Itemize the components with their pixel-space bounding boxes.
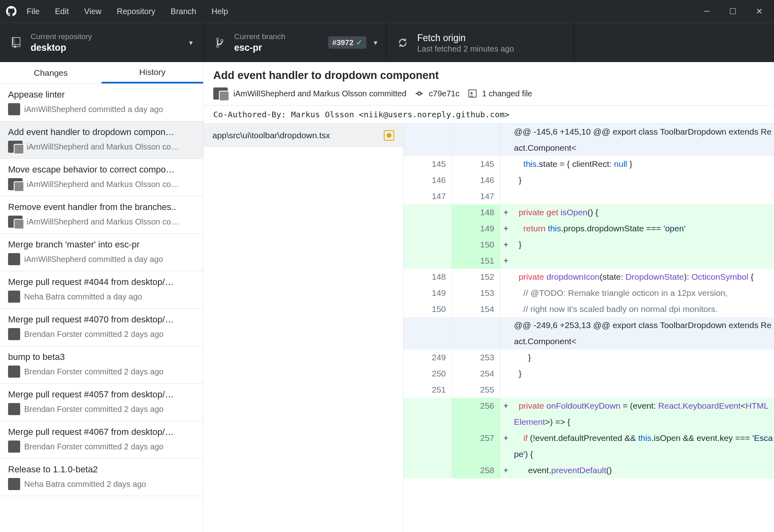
app-menu: FileEditViewRepositoryBranchHelp <box>23 7 228 16</box>
diff-view[interactable]: @@ -145,6 +145,10 @@ export class Toolba… <box>404 124 774 532</box>
file-path: app\src\ui\toolbar\dropdown.tsx <box>212 131 330 140</box>
commit-item-title: Merge pull request #4070 from desktop/… <box>8 314 195 325</box>
avatar <box>8 478 20 490</box>
repo-label: Current repository <box>31 32 92 41</box>
title-bar: FileEditViewRepositoryBranchHelp ─ ☐ ✕ <box>0 0 774 23</box>
menu-help[interactable]: Help <box>212 7 228 16</box>
branch-name: esc-pr <box>234 42 285 53</box>
commit-item-title: Release to 1.1.0-beta2 <box>8 464 195 475</box>
chevron-down-icon: ▾ <box>189 38 193 47</box>
git-branch-icon <box>212 37 227 48</box>
commit-item-title: Merge branch 'master' into esc-pr <box>8 239 195 250</box>
fetch-button[interactable]: Fetch origin Last fetched 2 minutes ago <box>387 23 574 62</box>
avatar <box>8 366 20 378</box>
files-changed: 1 changed file <box>482 89 533 98</box>
diff-line: 251255 <box>404 382 774 398</box>
diff-line: 145145 this.state = { clientRect: null } <box>404 156 774 172</box>
commit-item-title: Merge pull request #4044 from desktop/… <box>8 277 195 287</box>
menu-view[interactable]: View <box>84 7 102 16</box>
tab-history[interactable]: History <box>102 62 203 83</box>
avatar <box>8 441 20 453</box>
diff-line: 249253 } <box>404 349 774 366</box>
changed-file[interactable]: app\src\ui\toolbar\dropdown.tsx <box>204 124 403 147</box>
repo-selector[interactable]: Current repository desktop ▾ <box>0 23 204 62</box>
repo-icon <box>9 37 23 48</box>
commit-item[interactable]: Merge branch 'master' into esc-pr iAmWil… <box>0 234 203 271</box>
menu-repository[interactable]: Repository <box>117 7 156 16</box>
fetch-sub: Last fetched 2 minutes ago <box>417 44 514 54</box>
commit-authors: iAmWillShepherd and Markus Olsson commit… <box>233 89 406 98</box>
diff-line: @@ -249,6 +253,13 @@ export class Toolba… <box>404 317 774 349</box>
commit-item[interactable]: Release to 1.1.0-beta2 Neha Batra commit… <box>0 459 203 496</box>
avatar <box>8 103 20 115</box>
commit-item-meta: iAmWillShepherd committed a day ago <box>24 105 163 114</box>
commit-description: Co-Authored-By: Markus Olsson <niik@user… <box>204 106 774 124</box>
sync-icon <box>395 37 410 48</box>
commit-sha: c79e71c <box>429 89 460 98</box>
tab-changes[interactable]: Changes <box>0 62 102 83</box>
changed-files-list: app\src\ui\toolbar\dropdown.tsx <box>204 124 404 532</box>
menu-file[interactable]: File <box>27 7 40 16</box>
diff-line: 148+ private get isOpen() { <box>404 204 774 220</box>
commit-item-meta: Neha Batra committed a day ago <box>24 292 142 301</box>
commit-item[interactable]: bump to beta3 Brendan Forster committed … <box>0 346 203 384</box>
diff-file-icon <box>468 89 476 98</box>
avatar <box>213 87 228 100</box>
check-icon: ✓ <box>356 38 362 47</box>
diff-line: 256+ private onFoldoutKeyDown = (event: … <box>404 398 774 430</box>
commit-item[interactable]: Merge pull request #4067 from desktop/… … <box>0 421 203 459</box>
diff-line: 149+ return this.props.dropdownState ===… <box>404 220 774 237</box>
commit-item-title: Merge pull request #4067 from desktop/… <box>8 427 195 437</box>
commit-item[interactable]: Appease linter iAmWillShepherd committed… <box>0 84 203 121</box>
github-logo-icon <box>0 6 23 17</box>
commit-detail-pane: Add event handler to dropdown component … <box>204 62 774 532</box>
commit-item-meta: Brendan Forster committed 2 days ago <box>24 442 164 451</box>
diff-line: @@ -145,6 +145,10 @@ export class Toolba… <box>404 124 774 156</box>
commit-item-title: bump to beta3 <box>8 352 195 362</box>
history-list: Appease linter iAmWillShepherd committed… <box>0 84 203 532</box>
diff-line: 148152 private dropdownIcon(state: Dropd… <box>404 269 774 285</box>
commit-item-meta: Brendan Forster committed 2 days ago <box>24 330 164 339</box>
commit-header: Add event handler to dropdown component … <box>204 62 774 106</box>
maximize-icon[interactable]: ☐ <box>729 6 737 16</box>
diff-line: 149153 // @TODO: Remake triangle octicon… <box>404 285 774 301</box>
menu-edit[interactable]: Edit <box>55 7 69 16</box>
avatar <box>8 216 23 228</box>
branch-selector[interactable]: Current branch esc-pr #3972 ✓ ▾ <box>204 23 387 62</box>
diff-line: 258+ event.preventDefault() <box>404 462 774 478</box>
commit-item-meta: Neha Batra committed 2 days ago <box>24 480 146 489</box>
commit-item[interactable]: Merge pull request #4044 from desktop/… … <box>0 271 203 309</box>
diff-line: 147147 <box>404 188 774 204</box>
diff-line: 250254 } <box>404 366 774 382</box>
commit-item-meta: iAmWillShepherd and Markus Olsson co… <box>27 217 179 227</box>
pr-number: #3972 <box>332 38 354 47</box>
avatar <box>8 403 20 415</box>
sidebar: Changes History Appease linter iAmWillSh… <box>0 62 204 532</box>
commit-item-meta: iAmWillShepherd committed a day ago <box>24 255 163 264</box>
branch-label: Current branch <box>234 32 285 41</box>
repo-name: desktop <box>31 42 92 53</box>
toolbar: Current repository desktop ▾ Current bra… <box>0 23 774 62</box>
diff-line: 150+ } <box>404 237 774 253</box>
commit-item[interactable]: Merge pull request #4057 from desktop/… … <box>0 384 203 421</box>
close-icon[interactable]: ✕ <box>756 6 763 16</box>
commit-item-meta: Brendan Forster committed 2 days ago <box>24 405 164 414</box>
minimize-icon[interactable]: ─ <box>704 6 710 16</box>
sidebar-tabs: Changes History <box>0 62 203 84</box>
menu-branch[interactable]: Branch <box>171 7 196 16</box>
commit-sha-icon <box>415 89 423 98</box>
commit-item-title: Move escape behavior to correct compo… <box>8 164 195 175</box>
commit-item[interactable]: Remove event handler from the branches..… <box>0 196 203 234</box>
commit-item[interactable]: Merge pull request #4070 from desktop/… … <box>0 309 203 346</box>
diff-line: 257+ if (!event.defaultPrevented && this… <box>404 430 774 462</box>
avatar <box>8 178 23 190</box>
window-controls: ─ ☐ ✕ <box>704 6 774 16</box>
commit-item-title: Remove event handler from the branches.. <box>8 202 195 212</box>
commit-item[interactable]: Move escape behavior to correct compo… i… <box>0 159 203 196</box>
avatar <box>8 291 20 303</box>
fetch-label: Fetch origin <box>417 33 514 44</box>
commit-item-title: Appease linter <box>8 89 195 100</box>
commit-title: Add event handler to dropdown component <box>213 69 764 82</box>
modified-icon <box>384 130 394 141</box>
commit-item[interactable]: Add event handler to dropdown compon… iA… <box>0 121 203 159</box>
